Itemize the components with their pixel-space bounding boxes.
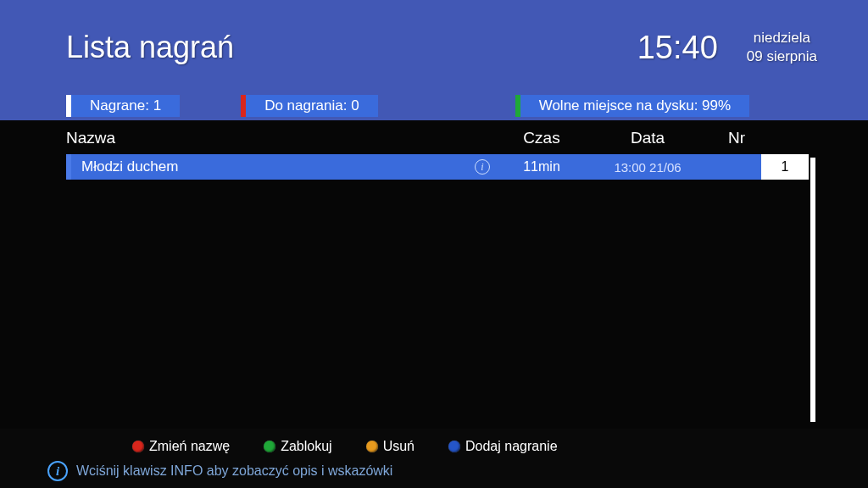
col-time: Czas bbox=[495, 129, 588, 147]
row-number: 1 bbox=[761, 154, 809, 180]
footer-hint: i Wciśnij klawisz INFO aby zobaczyć opis… bbox=[47, 458, 817, 481]
clock-date-line: 09 sierpnia bbox=[747, 47, 817, 66]
action-lock[interactable]: Zablokuj bbox=[264, 439, 331, 454]
row-datetime: 13:00 21/06 bbox=[588, 160, 707, 175]
info-icon: i bbox=[47, 461, 68, 481]
dot-red-icon bbox=[132, 441, 144, 452]
action-delete-label: Usuń bbox=[383, 439, 415, 454]
tabs-row: Nagrane: 1 Do nagrania: 0 Wolne miejsce … bbox=[0, 95, 868, 120]
tab-recorded-label: Nagrane: 1 bbox=[71, 95, 180, 117]
table-row[interactable]: Młodzi duchem i 11min 13:00 21/06 1 bbox=[66, 154, 809, 180]
columns-header: Nazwa Czas Data Nr bbox=[0, 120, 868, 154]
row-name: Młodzi duchem bbox=[71, 158, 470, 175]
tab-to-record-label: Do nagrania: 0 bbox=[246, 95, 378, 117]
header-right: 15:40 niedziela 09 sierpnia bbox=[637, 29, 817, 66]
page-title: Lista nagrań bbox=[66, 30, 234, 65]
header: Lista nagrań 15:40 niedziela 09 sierpnia bbox=[0, 0, 868, 95]
dot-blue-icon bbox=[448, 441, 460, 452]
row-duration: 11min bbox=[495, 159, 588, 175]
action-lock-label: Zablokuj bbox=[281, 439, 331, 454]
col-name: Nazwa bbox=[66, 129, 495, 147]
clock-day: niedziela bbox=[747, 29, 817, 47]
tab-recorded[interactable]: Nagrane: 1 bbox=[66, 95, 180, 117]
info-icon[interactable]: i bbox=[470, 159, 495, 175]
col-nr: Nr bbox=[707, 129, 766, 147]
col-date: Data bbox=[588, 129, 707, 147]
action-add-recording-label: Dodaj nagranie bbox=[465, 439, 558, 454]
dot-yellow-icon bbox=[366, 441, 378, 452]
tab-to-record[interactable]: Do nagrania: 0 bbox=[241, 95, 378, 117]
action-add-recording[interactable]: Dodaj nagranie bbox=[448, 439, 558, 454]
action-rename[interactable]: Zmień nazwę bbox=[132, 439, 230, 454]
clock-time: 15:40 bbox=[637, 30, 718, 66]
footer-actions: Zmień nazwę Zablokuj Usuń Dodaj nagranie bbox=[47, 435, 817, 458]
scrollbar[interactable] bbox=[810, 158, 815, 422]
clock-date: niedziela 09 sierpnia bbox=[747, 29, 817, 66]
tab-free-space-label: Wolne miejsce na dysku: 99% bbox=[520, 95, 749, 117]
content-area: Nazwa Czas Data Nr Młodzi duchem i 11min… bbox=[0, 120, 868, 434]
action-delete[interactable]: Usuń bbox=[366, 439, 415, 454]
dot-green-icon bbox=[264, 441, 275, 452]
tab-free-space: Wolne miejsce na dysku: 99% bbox=[515, 95, 749, 117]
action-rename-label: Zmień nazwę bbox=[149, 439, 230, 454]
footer: Zmień nazwę Zablokuj Usuń Dodaj nagranie… bbox=[0, 429, 868, 488]
footer-hint-text: Wciśnij klawisz INFO aby zobaczyć opis i… bbox=[76, 463, 392, 479]
